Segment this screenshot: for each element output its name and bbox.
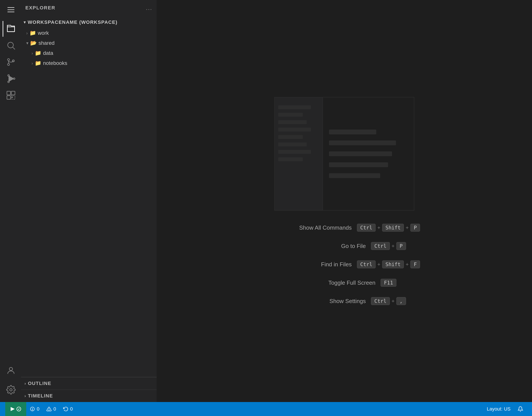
workspace-label: WORKSPACENAME (WORKSPACE) — [28, 19, 118, 25]
outline-header[interactable]: › OUTLINE — [21, 377, 157, 389]
shortcut-find-in-files[interactable]: Find in Files Ctrl + Shift + F — [269, 260, 420, 268]
timeline-label: TIMELINE — [28, 393, 53, 399]
go-to-file-label: Go to File — [283, 243, 366, 249]
key-p-2: P — [396, 242, 406, 250]
data-icon: 📁 — [35, 50, 41, 56]
show-all-commands-keys: Ctrl + Shift + P — [357, 224, 420, 232]
more-options-button[interactable]: ... — [146, 4, 152, 11]
key-shift: Shift — [382, 224, 404, 232]
svg-rect-11 — [11, 91, 15, 95]
svg-rect-10 — [7, 91, 10, 95]
extensions-icon[interactable] — [3, 87, 18, 103]
warnings-item[interactable]: 0 — [43, 402, 59, 416]
explorer-content: ▾ WORKSPACENAME (WORKSPACE) › 📁 work ▾ 📂… — [21, 16, 157, 402]
svg-point-4 — [8, 63, 10, 65]
key-comma: , — [396, 297, 406, 305]
notebooks-chevron: › — [31, 61, 33, 66]
activity-bar-top — [3, 2, 18, 363]
show-all-commands-label: Show All Commands — [269, 224, 352, 231]
svg-point-14 — [9, 367, 12, 370]
hamburger-menu[interactable] — [3, 2, 18, 18]
tree-item-notebooks[interactable]: › 📁 notebooks — [21, 58, 157, 68]
sidebar-header: Explorer ... — [21, 0, 157, 16]
account-icon[interactable] — [3, 363, 18, 378]
outline-label: OUTLINE — [28, 381, 51, 386]
sidebar-title: Explorer — [25, 5, 55, 11]
remote-connection-item[interactable] — [5, 402, 26, 416]
toggle-fullscreen-keys: F11 — [381, 279, 396, 287]
key-p: P — [410, 224, 420, 232]
show-settings-label: Show Settings — [283, 298, 366, 304]
key-ctrl-2: Ctrl — [371, 242, 390, 250]
shortcut-show-all-commands[interactable]: Show All Commands Ctrl + Shift + P — [269, 224, 420, 232]
outline-section: › OUTLINE — [21, 377, 157, 389]
tree-item-work[interactable]: › 📁 work — [21, 28, 157, 38]
sync-count: 0 — [70, 406, 73, 412]
source-control-icon[interactable] — [3, 54, 18, 70]
timeline-header[interactable]: › TIMELINE — [21, 390, 157, 402]
main-content: Show All Commands Ctrl + Shift + P Go to… — [157, 0, 532, 402]
sidebar-header-icons: ... — [146, 4, 152, 11]
errors-item[interactable]: 0 — [26, 402, 43, 416]
svg-line-2 — [13, 47, 15, 49]
status-bar-right: Layout: US — [483, 402, 527, 416]
svg-point-21 — [49, 410, 49, 410]
workspace-header[interactable]: ▾ WORKSPACENAME (WORKSPACE) — [21, 17, 157, 28]
shared-icon: 📂 — [30, 40, 37, 46]
layout-language-item[interactable]: Layout: US — [483, 402, 514, 416]
sync-item[interactable]: 0 — [60, 402, 76, 416]
errors-count: 0 — [37, 406, 39, 412]
toggle-fullscreen-label: Toggle Full Screen — [292, 279, 375, 286]
svg-rect-12 — [7, 96, 10, 99]
data-chevron: › — [31, 51, 33, 56]
warnings-count: 0 — [53, 406, 56, 412]
layout-language-label: Layout: US — [487, 406, 511, 412]
shortcut-toggle-fullscreen[interactable]: Toggle Full Screen F11 — [292, 279, 396, 287]
svg-point-19 — [32, 410, 33, 410]
find-in-files-keys: Ctrl + Shift + F — [357, 260, 420, 268]
shared-chevron: ▾ — [26, 40, 29, 46]
bottom-panels: › OUTLINE › TIMELINE — [21, 377, 157, 402]
notebooks-label: notebooks — [43, 60, 67, 66]
illustration-left-panel — [275, 97, 323, 210]
activity-bar-bottom — [3, 363, 18, 402]
key-ctrl-3: Ctrl — [357, 260, 375, 268]
welcome-illustration — [274, 97, 414, 211]
tree-item-data[interactable]: › 📁 data — [21, 48, 157, 58]
workspace-chevron: ▾ — [24, 20, 26, 25]
notifications-item[interactable] — [514, 402, 527, 416]
settings-icon[interactable] — [3, 382, 18, 398]
svg-point-9 — [8, 75, 9, 76]
data-label: data — [43, 50, 53, 56]
activity-bar — [0, 0, 21, 402]
svg-point-7 — [8, 81, 9, 83]
run-debug-icon[interactable] — [3, 71, 18, 86]
timeline-section: › TIMELINE — [21, 389, 157, 402]
key-shift-2: Shift — [382, 260, 404, 268]
illustration-right-panel — [323, 97, 414, 210]
shortcut-show-settings[interactable]: Show Settings Ctrl + , — [283, 297, 406, 305]
key-f11: F11 — [381, 279, 396, 287]
svg-point-15 — [10, 389, 12, 391]
notebooks-icon: 📁 — [35, 60, 41, 66]
files-icon[interactable] — [3, 21, 18, 37]
key-ctrl-4: Ctrl — [371, 297, 390, 305]
find-in-files-label: Find in Files — [269, 261, 352, 268]
go-to-file-keys: Ctrl + P — [371, 242, 406, 250]
shortcut-go-to-file[interactable]: Go to File Ctrl + P — [283, 242, 406, 250]
work-chevron: › — [26, 31, 28, 36]
shared-label: shared — [39, 40, 54, 46]
key-ctrl: Ctrl — [357, 224, 375, 232]
search-icon[interactable] — [3, 38, 18, 53]
shortcuts-area: Show All Commands Ctrl + Shift + P Go to… — [269, 224, 420, 305]
svg-rect-0 — [7, 27, 14, 32]
tree-item-shared[interactable]: ▾ 📂 shared — [21, 38, 157, 48]
svg-point-1 — [8, 42, 13, 48]
status-bar-left: 0 0 0 — [5, 402, 76, 416]
work-icon: 📁 — [30, 30, 36, 36]
key-f: F — [410, 260, 420, 268]
svg-point-3 — [8, 58, 10, 60]
show-settings-keys: Ctrl + , — [371, 297, 406, 305]
work-label: work — [38, 30, 49, 36]
timeline-chevron: › — [24, 394, 26, 398]
